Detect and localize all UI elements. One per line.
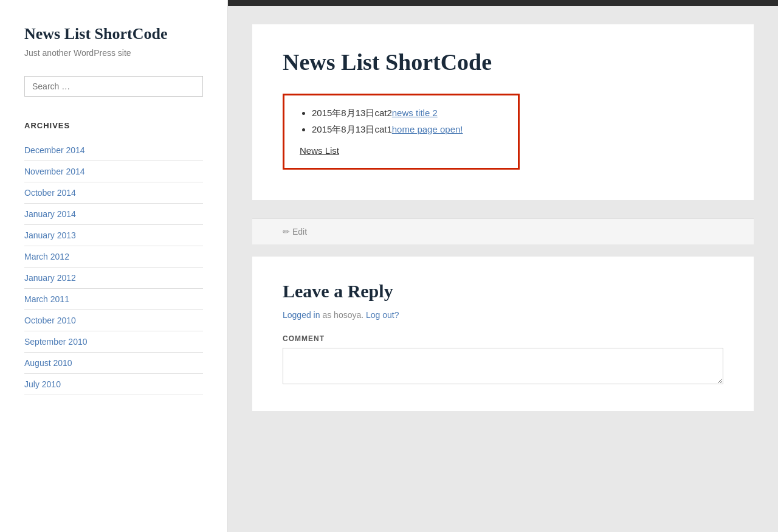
news-item-date: 2015年8月13日cat2 [312, 108, 392, 118]
search-box [24, 76, 203, 97]
archive-list: December 2014November 2014October 2014Ja… [24, 140, 203, 395]
archive-list-item: October 2014 [24, 182, 203, 204]
post-card: News List ShortCode 2015年8月13日cat2news t… [252, 24, 754, 200]
archive-link[interactable]: January 2012 [24, 273, 76, 283]
archive-link[interactable]: December 2014 [24, 145, 85, 155]
post-footer: ✏Edit [252, 218, 754, 244]
archive-list-item: January 2013 [24, 225, 203, 246]
post-title: News List ShortCode [283, 49, 723, 75]
comment-label: COMMENT [283, 334, 723, 343]
archive-list-item: September 2010 [24, 331, 203, 353]
news-list-item: 2015年8月13日cat1home page open! [312, 124, 503, 136]
archive-link[interactable]: January 2014 [24, 209, 76, 219]
site-title: News List ShortCode [24, 24, 203, 43]
archive-list-item: January 2012 [24, 268, 203, 289]
archive-list-item: November 2014 [24, 161, 203, 182]
logged-in-as-text: as [322, 310, 334, 320]
archive-link[interactable]: November 2014 [24, 167, 85, 176]
archive-list-item: March 2012 [24, 246, 203, 268]
archive-list-item: August 2010 [24, 353, 203, 374]
logged-in-user: hosoya [334, 310, 361, 320]
archive-link[interactable]: October 2014 [24, 188, 76, 198]
comment-card: Leave a Reply Logged in as hosoya. Log o… [252, 257, 754, 411]
archive-link[interactable]: October 2010 [24, 316, 76, 325]
main-content: News List ShortCode 2015年8月13日cat2news t… [228, 0, 778, 532]
search-input[interactable] [24, 76, 203, 97]
archive-link[interactable]: March 2011 [24, 294, 69, 304]
news-items-list: 2015年8月13日cat2news title 22015年8月13日cat1… [300, 108, 503, 136]
archive-link[interactable]: March 2012 [24, 252, 69, 261]
news-item-link[interactable]: news title 2 [392, 108, 438, 118]
archive-list-item: July 2010 [24, 374, 203, 395]
logged-in-link[interactable]: Logged in [283, 310, 320, 320]
archive-link[interactable]: August 2010 [24, 358, 72, 368]
top-bar [228, 0, 778, 6]
logged-in-text: Logged in as hosoya. Log out? [283, 310, 723, 320]
edit-link[interactable]: ✏Edit [283, 227, 307, 237]
leave-reply-title: Leave a Reply [283, 281, 723, 302]
news-list-link[interactable]: News List [300, 145, 503, 156]
news-list-item: 2015年8月13日cat2news title 2 [312, 108, 503, 119]
archive-link[interactable]: July 2010 [24, 379, 61, 389]
news-item-date: 2015年8月13日cat1 [312, 124, 392, 134]
archive-list-item: March 2011 [24, 289, 203, 310]
pencil-icon: ✏ [283, 227, 290, 237]
archive-list-item: October 2010 [24, 310, 203, 331]
comment-textarea[interactable] [283, 348, 723, 384]
news-shortcode-box: 2015年8月13日cat2news title 22015年8月13日cat1… [283, 94, 520, 170]
sidebar: News List ShortCode Just another WordPre… [0, 0, 228, 532]
site-tagline: Just another WordPress site [24, 48, 203, 58]
archive-list-item: December 2014 [24, 140, 203, 161]
logout-link[interactable]: Log out? [366, 310, 399, 320]
archive-list-item: January 2014 [24, 204, 203, 225]
archive-link[interactable]: September 2010 [24, 337, 88, 347]
archive-link[interactable]: January 2013 [24, 230, 76, 240]
archives-heading: ARCHIVES [24, 121, 203, 130]
news-item-link[interactable]: home page open! [392, 124, 463, 134]
